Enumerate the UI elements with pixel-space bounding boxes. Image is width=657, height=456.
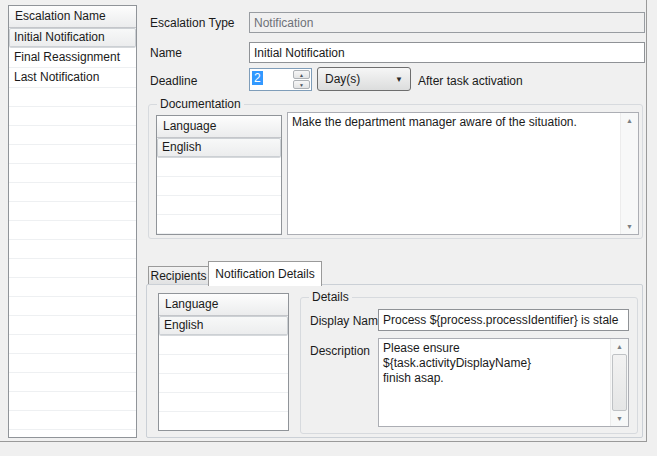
scroll-up-icon: ▲ [616,343,623,350]
scroll-up-button[interactable]: ▲ [611,339,628,354]
description-label: Description [310,344,370,358]
tab-notification-details[interactable]: Notification Details [208,261,322,286]
deadline-unit-dropdown[interactable]: Day(s) ▼ [317,67,411,91]
escalation-type-field: Notification [249,12,645,33]
display-name-field[interactable]: Process ${process.processIdentifier} is … [378,309,629,331]
escalation-list[interactable]: Escalation Name Initial Notification Fin… [8,5,137,438]
documentation-language-list[interactable]: Language English [156,115,282,235]
documentation-textarea[interactable]: Make the department manager aware of the… [287,112,639,235]
scroll-track[interactable] [621,128,638,219]
name-label: Name [150,46,182,60]
documentation-language-header: Language [157,116,281,138]
escalation-item-final-reassignment[interactable]: Final Reassignment [9,48,136,68]
deadline-label: Deadline [150,74,197,88]
deadline-unit-value: Day(s) [325,72,395,86]
documentation-group-title: Documentation [157,97,244,111]
name-field[interactable]: Initial Notification [249,42,645,63]
scroll-down-icon: ▼ [616,415,623,422]
notification-language-list[interactable]: Language English [158,293,289,431]
spin-up-button[interactable]: ▲ [293,70,310,79]
spin-up-icon: ▲ [299,72,304,78]
description-scrollbar[interactable]: ▲ ▼ [610,339,628,426]
notification-language-header: Language [159,294,288,316]
description-text[interactable]: Please ensure ${task.activityDisplayName… [379,339,610,426]
scroll-up-button[interactable]: ▲ [621,113,638,128]
scroll-up-icon: ▲ [626,117,633,124]
display-name-label: Display Name [310,314,385,328]
details-group-title: Details [309,290,352,304]
description-textarea[interactable]: Please ensure ${task.activityDisplayName… [378,338,629,427]
deadline-value-area[interactable]: 2 [250,69,292,90]
scroll-thumb[interactable] [612,354,627,411]
escalation-list-header: Escalation Name [9,6,136,28]
deadline-spinner[interactable]: 2 ▲ ▼ [249,68,312,91]
tab-recipients[interactable]: Recipients [148,266,209,285]
scroll-down-button[interactable]: ▼ [621,219,638,234]
escalation-list-empty-rows [9,88,136,437]
escalation-type-label: Escalation Type [150,16,235,30]
documentation-language-empty-rows [157,158,281,234]
scroll-down-button[interactable]: ▼ [611,411,628,426]
documentation-text[interactable]: Make the department manager aware of the… [288,113,620,234]
deadline-spin-buttons: ▲ ▼ [292,69,311,90]
notification-language-empty-rows [159,336,288,430]
documentation-language-english[interactable]: English [157,138,281,158]
escalation-item-last-notification[interactable]: Last Notification [9,68,136,88]
spin-down-icon: ▼ [299,82,304,88]
notification-language-english[interactable]: English [159,316,288,336]
spin-down-button[interactable]: ▼ [293,80,310,89]
documentation-scrollbar[interactable]: ▲ ▼ [620,113,638,234]
escalation-item-initial-notification[interactable]: Initial Notification [9,28,136,48]
deadline-suffix-label: After task activation [418,74,523,88]
deadline-value[interactable]: 2 [252,71,263,85]
escalation-editor-window: Escalation Name Initial Notification Fin… [0,0,657,456]
scroll-down-icon: ▼ [626,223,633,230]
dropdown-arrow-icon: ▼ [395,75,403,84]
